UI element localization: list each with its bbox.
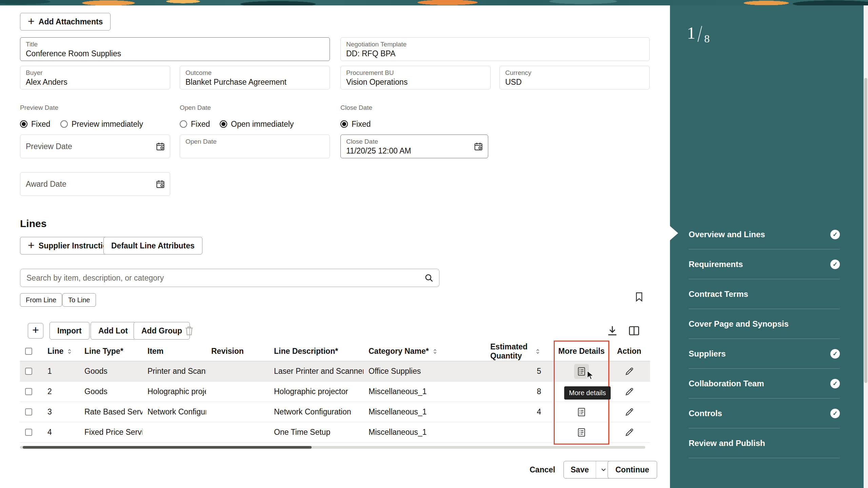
award-date-input[interactable]: Award Date [20,172,170,196]
title-field[interactable]: Title Conference Room Supplies [20,37,330,61]
vertical-scrollbar-thumb[interactable] [864,78,867,383]
more-details-button[interactable] [574,425,589,440]
open-fixed-radio[interactable]: Fixed [180,117,210,131]
calendar-icon[interactable] [156,179,165,189]
header-line-description: Line Description* [269,347,363,356]
cell-description: One Time Setup [269,428,363,437]
save-button[interactable]: Save [564,461,596,478]
sidebar-step-suppliers[interactable]: Suppliers [689,339,840,369]
search-icon[interactable] [424,273,434,283]
vertical-scrollbar[interactable] [864,5,868,488]
header-line[interactable]: Line [42,347,79,356]
table-row[interactable]: 3 Rate Based Service Network Configura N… [20,402,650,422]
select-all-checkbox[interactable] [25,348,32,355]
cell-line: 4 [42,428,79,437]
open-immediately-radio[interactable]: Open immediately [220,117,294,131]
horizontal-scrollbar-thumb[interactable] [23,446,312,449]
row-checkbox[interactable] [25,368,32,375]
delete-line-icon [184,325,195,336]
table-row[interactable]: 2 Goods Holographic projec Holographic p… [20,382,650,402]
import-button[interactable]: Import [50,322,90,340]
sort-icon[interactable] [66,348,73,355]
calendar-icon[interactable] [156,142,165,151]
cell-item: Network Configura [142,407,206,416]
cancel-button[interactable]: Cancel [524,461,560,479]
edit-line-button[interactable] [622,364,637,379]
open-fixed-label: Fixed [191,120,210,129]
to-line-button[interactable]: To Line [62,293,96,307]
table-header-row: Line Line Type* Item Revision Line Descr… [20,342,650,361]
completed-check-icon [830,379,840,388]
negotiation-edit-page: Add Attachments Title Conference Room Su… [0,0,868,488]
sidebar-step-controls[interactable]: Controls [689,399,840,428]
download-icon[interactable] [606,325,618,337]
sort-icon[interactable] [432,348,438,355]
row-checkbox[interactable] [25,408,32,415]
sidebar-step-review-and-publish[interactable]: Review and Publish [689,428,840,458]
procurement-bu-label: Procurement BU [346,69,485,77]
preview-immediately-radio[interactable]: Preview immediately [60,117,143,131]
close-date-group-label: Close Date [340,104,372,111]
manage-columns-icon[interactable] [628,325,640,337]
to-line-label: To Line [68,296,90,304]
edit-line-button[interactable] [622,425,637,440]
header-estimated-quantity[interactable]: Estimated Quantity [470,342,555,360]
cell-description: Holographic projector [269,387,363,396]
more-details-button[interactable] [574,405,589,420]
from-line-button[interactable]: From Line [20,293,62,307]
more-details-button[interactable] [574,364,589,379]
negotiation-template-value: DD: RFQ BPA [346,49,644,58]
cell-line: 3 [42,407,79,416]
open-date-placeholder: Open Date [185,138,324,145]
bookmark-icon[interactable] [634,291,645,302]
add-group-label: Add Group [141,326,182,336]
preview-fixed-radio[interactable]: Fixed [20,117,50,131]
title-value: Conference Room Supplies [26,49,324,58]
plus-icon [32,325,39,337]
cell-category: Miscellaneous_1 [363,407,470,416]
radio-selected-icon [340,120,348,128]
continue-button[interactable]: Continue [608,461,657,479]
header-category-name[interactable]: Category Name* [363,347,470,356]
procurement-bu-field: Procurement BU Vision Operations [340,66,491,89]
sort-icon[interactable] [534,348,541,355]
preview-immediately-label: Preview immediately [72,120,143,129]
preview-date-input[interactable]: Preview Date [20,135,170,158]
add-lot-button[interactable]: Add Lot [91,322,136,340]
radio-selected-icon [220,120,227,128]
cell-description: Laser Printer and Scanner M [269,367,363,376]
sidebar-step-overview-and-lines[interactable]: Overview and Lines [689,220,840,249]
outcome-field: Outcome Blanket Purchase Agreement [180,66,330,89]
cell-category: Miscellaneous_1 [363,428,470,437]
add-attachments-button[interactable]: Add Attachments [20,13,111,30]
radio-selected-icon [20,120,27,128]
add-line-button[interactable] [28,323,43,339]
row-checkbox[interactable] [25,429,32,436]
buyer-value: Alex Anders [26,78,164,87]
open-date-input[interactable]: Open Date [180,135,330,158]
negotiation-template-label: Negotiation Template [346,41,644,48]
outcome-value: Blanket Purchase Agreement [185,78,324,87]
edit-line-button[interactable] [622,405,637,420]
line-search-input[interactable] [20,269,439,287]
table-row[interactable]: 1 Goods Printer and Scanne Laser Printer… [20,361,650,382]
sidebar-step-collaboration-team[interactable]: Collaboration Team [689,369,840,399]
sidebar-step-cover-page-and-synopsis[interactable]: Cover Page and Synopsis [689,309,840,339]
buyer-field: Buyer Alex Anders [20,66,170,89]
table-row[interactable]: 4 Fixed Price Service One Time Setup Mis… [20,422,650,443]
sidebar-step-contract-terms[interactable]: Contract Terms [689,279,840,309]
outcome-label: Outcome [185,69,324,77]
row-checkbox[interactable] [25,388,32,395]
cell-line-type: Goods [79,367,142,376]
horizontal-scrollbar[interactable] [20,446,645,449]
add-group-button[interactable]: Add Group [134,322,190,340]
more-details-tooltip: More details [564,386,611,400]
edit-line-button[interactable] [622,384,637,399]
sidebar-step-requirements[interactable]: Requirements [689,249,840,279]
default-line-attributes-button[interactable]: Default Line Attributes [103,237,202,255]
close-fixed-radio[interactable]: Fixed [340,117,371,131]
cell-quantity: 4 [470,407,555,416]
calendar-icon[interactable] [474,142,483,151]
close-date-input[interactable]: Close Date 11/20/25 12:00 AM [340,135,488,158]
header-line-type: Line Type* [79,347,142,356]
